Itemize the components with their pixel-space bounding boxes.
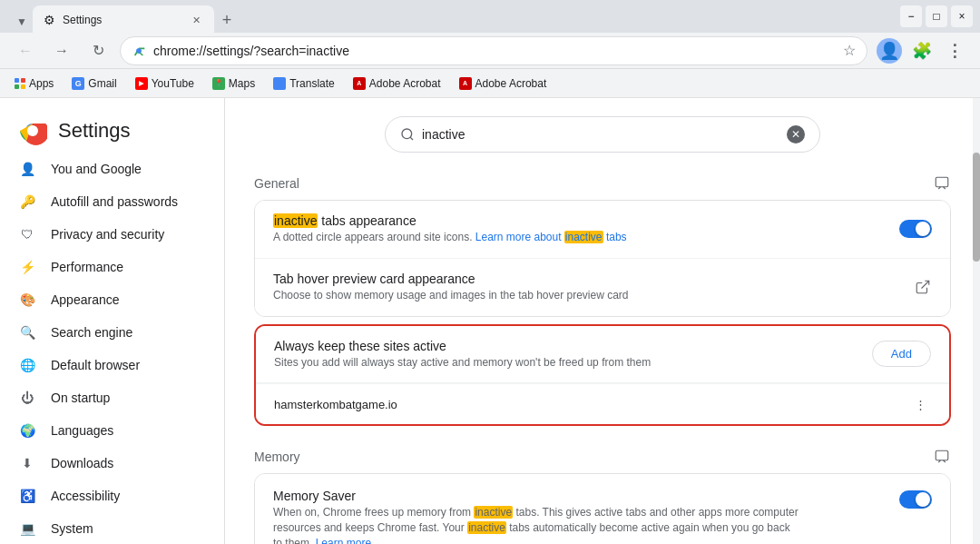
person-icon: 👤 (18, 160, 36, 178)
sidebar-item-you-google[interactable]: 👤 You and Google (0, 153, 217, 185)
bookmark-adobe2-label: Adobe Acrobat (475, 77, 547, 90)
bookmark-translate[interactable]: Translate (266, 74, 342, 94)
svg-point-4 (27, 125, 38, 136)
toolbar: ← → ↻ chrome://settings/?search=inactive… (0, 33, 980, 69)
chrome-menu-icon[interactable]: ⋮ (940, 36, 969, 65)
sidebar-label-downloads: Downloads (51, 456, 113, 470)
memory-section-title: Memory (254, 450, 300, 464)
bookmark-maps-label: Maps (229, 77, 255, 90)
memory-settings-card: Memory Saver When on, Chrome frees up me… (254, 473, 951, 544)
forward-button[interactable]: → (47, 36, 76, 65)
maps-favicon: 📍 (212, 77, 225, 90)
search-clear-button[interactable]: ✕ (787, 125, 805, 143)
sidebar-label-search-engine: Search engine (51, 325, 132, 340)
scrollbar-thumb[interactable] (973, 153, 980, 262)
bookmark-apps[interactable]: Apps (7, 74, 61, 94)
site-name: hamsterkombatgame.io (274, 398, 909, 411)
always-active-content: Always keep these sites active Sites you… (274, 339, 872, 371)
sidebar-label-languages: Languages (51, 423, 113, 438)
settings-title: Settings (58, 119, 131, 143)
extensions-icon[interactable]: 🧩 (907, 36, 936, 65)
sidebar-item-accessibility[interactable]: ♿ Accessibility (0, 480, 217, 512)
memory-saver-content: Memory Saver When on, Chrome frees up me… (273, 489, 899, 544)
memory-feedback-icon[interactable] (933, 448, 951, 466)
profile-avatar[interactable]: 👤 (875, 36, 904, 65)
sidebar-item-privacy[interactable]: 🛡 Privacy and security (0, 218, 217, 251)
sidebar-label-on-startup: On startup (51, 391, 110, 405)
sidebar-item-downloads[interactable]: ⬇ Downloads (0, 447, 217, 480)
active-tab[interactable]: ⚙ Settings ✕ (33, 5, 214, 35)
sidebar-item-on-startup[interactable]: ⏻ On startup (0, 381, 217, 414)
bookmark-gmail[interactable]: G Gmail (64, 74, 123, 94)
general-settings-card: inactive tabs appearance A dotted circle… (254, 200, 951, 317)
back-button[interactable]: ← (11, 36, 40, 65)
computer-icon: 💻 (18, 519, 36, 538)
adobe1-favicon: A (353, 77, 366, 90)
search-icon: 🔍 (18, 323, 36, 341)
bookmark-adobe2[interactable]: A Adobe Acrobat (452, 74, 554, 94)
maximize-button[interactable]: □ (926, 5, 947, 27)
tab-favicon: ⚙ (44, 13, 55, 27)
general-section: General inactive tabs appear (254, 174, 951, 426)
browser-icon: 🌐 (18, 356, 36, 374)
tab-title: Settings (63, 14, 181, 26)
tab-list-button[interactable]: ▼ (11, 11, 33, 33)
general-feedback-icon[interactable] (933, 174, 951, 193)
search-bar: ✕ (385, 116, 820, 153)
main-panel: ✕ General (225, 98, 980, 544)
sidebar-label-accessibility: Accessibility (51, 489, 120, 503)
palette-icon: 🎨 (18, 291, 36, 309)
tab-hover-external-icon[interactable] (914, 278, 932, 296)
sidebar-item-default-browser[interactable]: 🌐 Default browser (0, 349, 217, 381)
accessibility-icon: ♿ (18, 487, 36, 505)
bookmark-gmail-label: Gmail (88, 77, 116, 90)
search-input[interactable] (422, 127, 779, 142)
search-container: ✕ (254, 116, 951, 153)
scrollbar-track (973, 98, 980, 544)
learn-more-link[interactable]: Learn more about inactive tabs (475, 231, 627, 243)
site-more-button[interactable]: ⋮ (909, 393, 931, 415)
sidebar-item-system[interactable]: 💻 System (0, 512, 217, 544)
memory-section: Memory Memory Saver Whe (254, 448, 951, 544)
search-bar-icon (400, 127, 415, 142)
address-text: chrome://settings/?search=inactive (153, 44, 836, 58)
bookmark-adobe1[interactable]: A Adobe Acrobat (346, 74, 448, 94)
youtube-favicon: ▶ (135, 77, 148, 90)
reload-button[interactable]: ↻ (83, 36, 113, 65)
tab-close-button[interactable]: ✕ (189, 13, 203, 27)
new-tab-button[interactable]: + (214, 7, 240, 33)
bookmark-maps[interactable]: 📍 Maps (205, 74, 262, 94)
inactive-highlight-mem2: inactive (467, 521, 506, 534)
svg-line-10 (922, 281, 929, 288)
memory-saver-toggle[interactable] (899, 490, 932, 509)
bookmark-youtube[interactable]: ▶ YouTube (128, 74, 201, 94)
memory-learn-more-link[interactable]: Learn more (316, 537, 371, 544)
power-icon: ⏻ (18, 389, 36, 407)
sidebar-item-languages[interactable]: 🌍 Languages (0, 414, 217, 447)
bookmark-apps-label: Apps (29, 77, 54, 90)
sidebar-label-autofill: Autofill and passwords (51, 194, 178, 209)
close-button[interactable]: × (951, 5, 973, 27)
bookmark-adobe1-label: Adobe Acrobat (369, 77, 441, 90)
inactive-highlight-mem1: inactive (474, 506, 513, 519)
always-active-desc: Sites you add will always stay active an… (274, 355, 872, 371)
always-active-title: Always keep these sites active (274, 339, 872, 353)
svg-point-1 (136, 48, 141, 53)
toolbar-actions: 👤 🧩 ⋮ (875, 36, 969, 65)
sidebar-item-autofill[interactable]: 🔑 Autofill and passwords (0, 185, 217, 218)
title-bar: ▼ ⚙ Settings ✕ + − □ × (0, 0, 980, 33)
sidebar-label-privacy: Privacy and security (51, 227, 164, 242)
inactive-tabs-toggle[interactable] (899, 220, 932, 238)
add-site-button[interactable]: Add (872, 341, 931, 367)
address-bar[interactable]: chrome://settings/?search=inactive ☆ (120, 36, 867, 65)
sidebar-item-appearance[interactable]: 🎨 Appearance (0, 283, 217, 316)
inactive-tabs-row: inactive tabs appearance A dotted circle… (255, 201, 950, 259)
sidebar-item-search-engine[interactable]: 🔍 Search engine (0, 316, 217, 349)
sidebar-item-performance[interactable]: ⚡ Performance (0, 251, 217, 283)
memory-section-header: Memory (254, 448, 951, 466)
tab-hover-title: Tab hover preview card appearance (273, 272, 914, 286)
site-row-hamster: hamsterkombatgame.io ⋮ (256, 383, 949, 424)
bookmark-star-icon[interactable]: ☆ (843, 42, 856, 59)
inactive-tabs-content: inactive tabs appearance A dotted circle… (273, 213, 899, 245)
minimize-button[interactable]: − (900, 5, 922, 27)
